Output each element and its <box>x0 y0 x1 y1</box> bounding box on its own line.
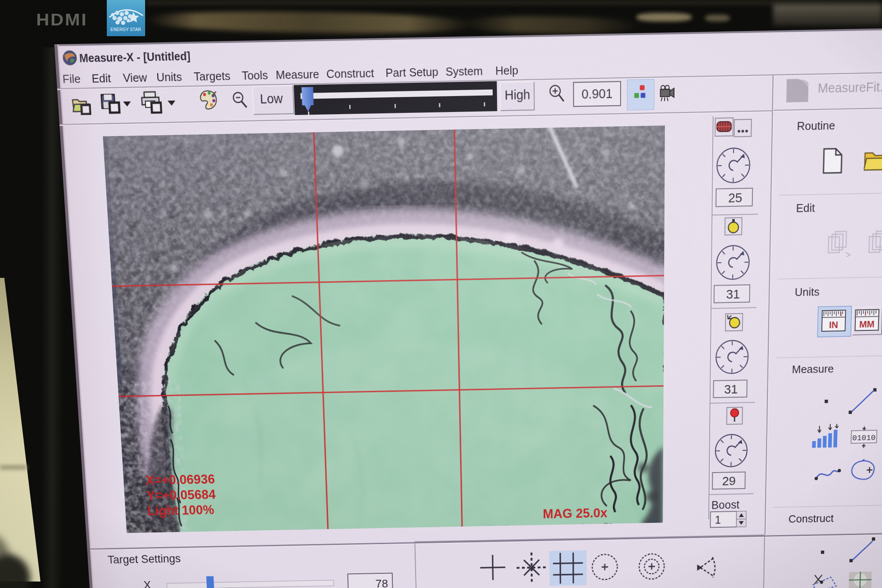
svg-text:01010: 01010 <box>852 433 876 443</box>
svg-text:1: 1 <box>715 513 721 526</box>
svg-text:MM: MM <box>859 319 875 330</box>
svg-text:Y=+0.05684: Y=+0.05684 <box>146 487 216 503</box>
svg-text:MAG 25.0x: MAG 25.0x <box>543 506 607 521</box>
svg-text:31: 31 <box>724 382 738 397</box>
svg-text:X=+0.06936: X=+0.06936 <box>145 472 215 487</box>
svg-text:31: 31 <box>726 287 740 302</box>
svg-text:1: 1 <box>840 312 843 317</box>
svg-text:Light 100%: Light 100% <box>147 503 214 518</box>
svg-text:IN: IN <box>829 319 839 330</box>
svg-text:29: 29 <box>722 474 736 488</box>
svg-text:Boost: Boost <box>711 498 740 511</box>
svg-text:1: 1 <box>864 311 867 316</box>
svg-text:25: 25 <box>728 190 742 205</box>
svg-text:ENERGY STAR: ENERGY STAR <box>111 27 141 32</box>
